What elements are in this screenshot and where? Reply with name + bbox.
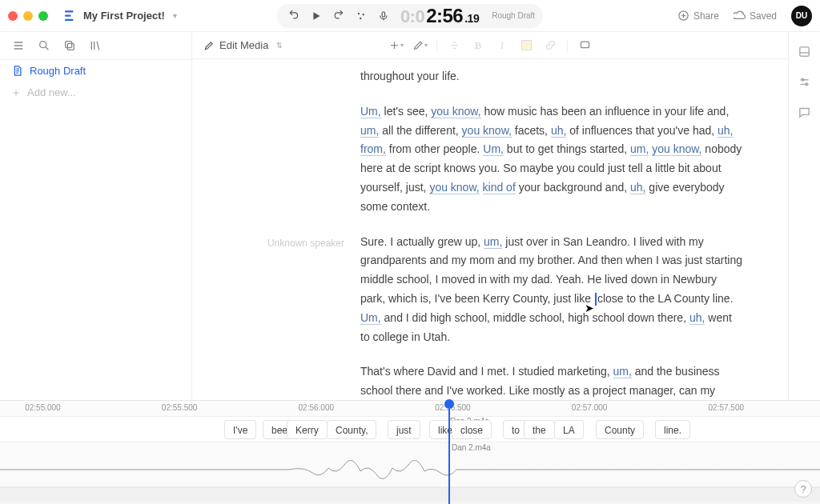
- color-swatch-button[interactable]: [516, 36, 537, 55]
- filler-word: um,: [613, 365, 632, 378]
- timeline-word[interactable]: the: [524, 420, 555, 439]
- speaker-label: [216, 362, 344, 400]
- playback-toolbar: 0:0 2:56 .19 Rough Draft: [277, 4, 543, 28]
- timeline-word[interactable]: County,: [327, 420, 376, 439]
- main-area: Rough Draft Add new... Edit Media ⇅ ▾ ▾ …: [0, 32, 820, 400]
- help-button[interactable]: ?: [794, 480, 812, 498]
- sidebar-icon-row: [0, 32, 191, 59]
- hamburger-icon[interactable]: [11, 38, 26, 53]
- svg-rect-12: [800, 46, 809, 55]
- svg-point-3: [358, 13, 359, 14]
- project-dropdown-icon[interactable]: ▾: [173, 11, 177, 20]
- share-button[interactable]: Share: [677, 10, 719, 22]
- saved-label: Saved: [750, 10, 777, 22]
- share-label: Share: [693, 10, 719, 22]
- filler-word: Um,: [483, 142, 504, 156]
- transcript-paragraph[interactable]: Um, let's see, you know, how music has b…: [360, 102, 743, 217]
- play-button[interactable]: [308, 7, 325, 25]
- panel-properties-icon[interactable]: [797, 43, 813, 59]
- time-centis: .19: [464, 12, 479, 25]
- sidebar-add-label: Add new...: [27, 86, 76, 98]
- avatar[interactable]: DU: [791, 6, 812, 26]
- timeline-tick: 02:55.500: [162, 403, 198, 412]
- window-controls: [8, 11, 48, 21]
- project-title[interactable]: My First Project!: [83, 10, 165, 22]
- filler-word: um,: [484, 235, 502, 249]
- italic-button[interactable]: I: [492, 36, 512, 55]
- filler-word: um,: [360, 124, 379, 138]
- svg-rect-10: [66, 42, 72, 48]
- timeline-word[interactable]: line.: [655, 420, 690, 439]
- filler-word: you know,: [431, 105, 480, 118]
- timeline-word-track[interactable]: Dan 2.m4a I'vebeenKerryCounty,justlikecl…: [0, 417, 820, 442]
- transcript-paragraph[interactable]: Sure. I actually grew up, um, just over …: [360, 233, 743, 347]
- search-icon[interactable]: [37, 38, 51, 53]
- speaker-label: [216, 102, 344, 217]
- edit-media-dropdown[interactable]: Edit Media ⇅: [203, 39, 283, 51]
- close-window-icon[interactable]: [8, 11, 18, 21]
- composition-chip[interactable]: Rough Draft: [492, 12, 535, 20]
- edit-media-label: Edit Media: [219, 39, 268, 51]
- filler-word: uh,: [551, 124, 566, 138]
- link-button[interactable]: [540, 36, 561, 55]
- panel-comments-icon[interactable]: [797, 104, 813, 120]
- sidebar-item-label: Rough Draft: [30, 65, 86, 77]
- undo-button[interactable]: [285, 7, 303, 25]
- filler-word: Um,: [360, 311, 381, 325]
- timeline-waveform[interactable]: [0, 452, 820, 487]
- timeline[interactable]: 02:55.00002:55.50002:56.00002:56.50002:5…: [0, 400, 820, 504]
- copy-icon[interactable]: [62, 38, 77, 53]
- filler-word: uh,: [718, 124, 733, 138]
- timeline-word[interactable]: Kerry: [287, 420, 328, 439]
- time-main: 2:56: [426, 5, 463, 27]
- bold-button[interactable]: B: [468, 36, 488, 55]
- composition-chip-label: Rough Draft: [492, 12, 535, 20]
- speaker-label: [216, 67, 344, 86]
- timeline-word[interactable]: just: [388, 420, 420, 439]
- sidebar: Rough Draft Add new...: [0, 32, 192, 400]
- filler-word: kind of: [483, 181, 516, 194]
- text-cursor: [595, 293, 597, 306]
- strike-button[interactable]: [444, 36, 464, 55]
- app-logo-icon: [62, 9, 77, 23]
- transcript-partial-top: throughout your life.: [360, 67, 743, 86]
- mic-button[interactable]: [375, 7, 392, 25]
- sparkle-button[interactable]: [352, 7, 370, 25]
- filler-word: uh,: [630, 181, 645, 194]
- timeline-clip-name: Dan 2.m4a: [452, 443, 491, 452]
- speaker-label[interactable]: Unknown speaker: [216, 233, 344, 347]
- filler-word: Um,: [360, 105, 381, 118]
- svg-point-8: [40, 42, 46, 48]
- timeline-ruler[interactable]: 02:55.00002:55.50002:56.00002:56.50002:5…: [0, 401, 820, 417]
- timeline-tick: 02:57.500: [709, 403, 745, 412]
- svg-rect-6: [382, 11, 385, 16]
- comment-button[interactable]: [574, 36, 595, 55]
- saved-indicator: Saved: [734, 10, 777, 22]
- sidebar-item-rough-draft[interactable]: Rough Draft: [0, 60, 191, 82]
- title-bar: My First Project! ▾ 0:0 2:56 .19 Rough D…: [0, 0, 820, 32]
- playback-time: 0:0 2:56 .19: [400, 5, 479, 27]
- transcript-paragraph[interactable]: That's where David and I met. I studied …: [360, 362, 743, 400]
- filler-word: um,: [630, 142, 649, 156]
- timeline-word[interactable]: County: [596, 420, 644, 439]
- minimize-window-icon[interactable]: [23, 11, 33, 21]
- timeline-word[interactable]: close: [452, 420, 492, 439]
- transcript[interactable]: throughout your life. Um, let's see, you…: [192, 59, 788, 400]
- panel-sliders-icon[interactable]: [797, 74, 813, 90]
- plus-dropdown-button[interactable]: ▾: [385, 36, 406, 55]
- timeline-playhead[interactable]: [448, 401, 450, 504]
- highlighter-button[interactable]: ▾: [409, 36, 430, 55]
- svg-rect-11: [581, 42, 589, 48]
- filler-word: you know,: [652, 142, 701, 156]
- timeline-word[interactable]: I've: [224, 420, 256, 439]
- redo-button[interactable]: [330, 7, 348, 25]
- filler-word: you know,: [462, 124, 512, 138]
- timeline-word[interactable]: LA: [554, 420, 584, 439]
- svg-rect-9: [67, 43, 74, 50]
- maximize-window-icon[interactable]: [38, 11, 48, 21]
- right-rail: [788, 32, 820, 400]
- filler-word: uh,: [689, 311, 705, 325]
- library-icon[interactable]: [88, 38, 102, 53]
- sidebar-add-new[interactable]: Add new...: [0, 82, 191, 103]
- editor-toolbar: Edit Media ⇅ ▾ ▾ B I: [192, 32, 788, 59]
